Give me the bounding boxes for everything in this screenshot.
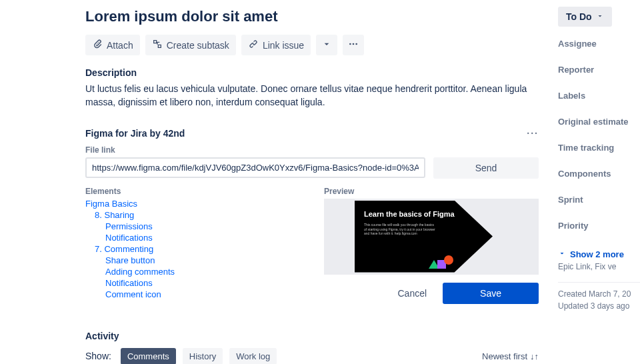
tab-comments[interactable]: Comments <box>121 348 176 364</box>
svg-point-0 <box>349 43 351 45</box>
attach-button[interactable]: Attach <box>85 35 140 55</box>
created-date: Created March 7, 20 <box>558 289 640 299</box>
description-label: Description <box>85 67 539 78</box>
chevron-down-icon <box>558 249 566 259</box>
tree-item-notifications2[interactable]: Notifications <box>105 278 153 288</box>
attach-label: Attach <box>107 40 133 51</box>
save-button[interactable]: Save <box>443 283 539 304</box>
tree-item-number: 8. <box>95 210 102 220</box>
side-field-original-estimate[interactable]: Original estimate <box>558 117 640 127</box>
show-more-label: Show 2 more <box>570 249 624 259</box>
chevron-down-icon <box>596 11 604 22</box>
figma-panel-more-icon[interactable]: ··· <box>527 128 539 139</box>
side-field-assignee[interactable]: Assignee <box>558 39 640 49</box>
status-dropdown[interactable]: To Do <box>558 7 612 27</box>
side-divider <box>558 282 640 283</box>
create-subtask-label: Create subtask <box>167 40 229 51</box>
tree-item-permissions[interactable]: Permissions <box>105 221 153 231</box>
figma-shapes-icon <box>429 255 453 269</box>
side-field-sprint[interactable]: Sprint <box>558 195 640 205</box>
file-link-label: File link <box>85 145 539 155</box>
create-subtask-button[interactable]: Create subtask <box>145 35 236 55</box>
slide-title: Learn the basics of Figma <box>364 210 499 219</box>
file-link-input[interactable] <box>85 157 425 178</box>
link-issue-button[interactable]: Link issue <box>241 35 311 55</box>
side-field-priority[interactable]: Priority <box>558 221 640 231</box>
activity-title: Activity <box>85 331 539 341</box>
activity-sort-toggle[interactable]: Newest first ↓↑ <box>482 351 539 361</box>
link-issue-dropdown[interactable] <box>316 35 337 55</box>
side-field-labels[interactable]: Labels <box>558 91 640 101</box>
svg-point-2 <box>355 43 357 45</box>
figma-panel-title: Figma for Jira by 42nd <box>85 128 185 139</box>
paperclip-icon <box>92 39 103 51</box>
updated-date: Updated 3 days ago <box>558 301 640 311</box>
svg-point-1 <box>353 43 355 45</box>
tree-item-share-button[interactable]: Share button <box>105 255 155 265</box>
issue-action-row: Attach Create subtask Link issue <box>85 35 539 55</box>
subtask-icon <box>152 39 163 51</box>
tab-worklog[interactable]: Work log <box>229 348 277 364</box>
show-more-sublabel: Epic Link, Fix ve <box>558 262 640 271</box>
tree-item-commenting[interactable]: Commenting <box>104 244 153 254</box>
show-more-fields[interactable]: Show 2 more <box>558 249 624 259</box>
elements-label: Elements <box>85 187 312 196</box>
tree-item-comment-icon[interactable]: Comment icon <box>105 289 161 299</box>
tree-item-adding-comments[interactable]: Adding comments <box>105 267 175 277</box>
issue-title: Lorem ipsum dolor sit amet <box>85 8 539 25</box>
side-field-time-tracking[interactable]: Time tracking <box>558 143 640 153</box>
sort-label: Newest first <box>482 351 527 361</box>
side-field-components[interactable]: Components <box>558 169 640 179</box>
link-issue-label: Link issue <box>263 40 304 51</box>
chevron-down-icon <box>321 39 332 51</box>
more-horizontal-icon <box>348 39 359 51</box>
tree-item-notifications[interactable]: Notifications <box>105 233 153 243</box>
preview-label: Preview <box>324 187 539 196</box>
tree-item-number: 7. <box>95 244 102 254</box>
slide-subtitle: This course file will walk you through t… <box>364 223 437 236</box>
elements-root-link[interactable]: Figma Basics <box>85 199 137 209</box>
tab-history[interactable]: History <box>183 348 223 364</box>
cancel-button[interactable]: Cancel <box>388 283 436 304</box>
preview-thumbnail[interactable]: Learn the basics of Figma This course fi… <box>324 199 539 275</box>
side-field-reporter[interactable]: Reporter <box>558 65 640 75</box>
link-icon <box>248 39 259 51</box>
description-text[interactable]: Ut luctus felis eu lacus vehicula vulput… <box>85 82 539 109</box>
send-button[interactable]: Send <box>433 157 539 179</box>
more-actions-button[interactable] <box>343 35 364 55</box>
sort-icon: ↓↑ <box>530 351 539 361</box>
activity-show-label: Show: <box>85 351 111 361</box>
tree-item-sharing[interactable]: Sharing <box>104 210 134 220</box>
status-label: To Do <box>566 11 592 22</box>
